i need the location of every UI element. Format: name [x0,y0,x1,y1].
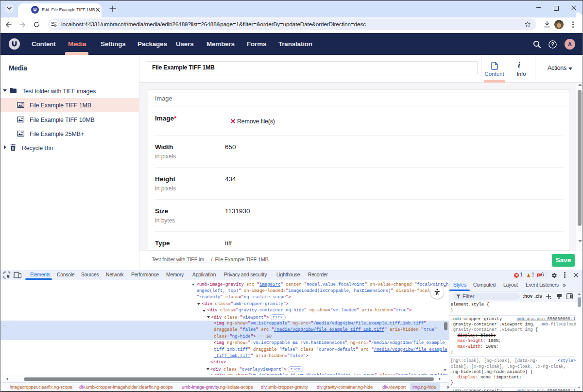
svg-text:?: ? [551,42,554,47]
